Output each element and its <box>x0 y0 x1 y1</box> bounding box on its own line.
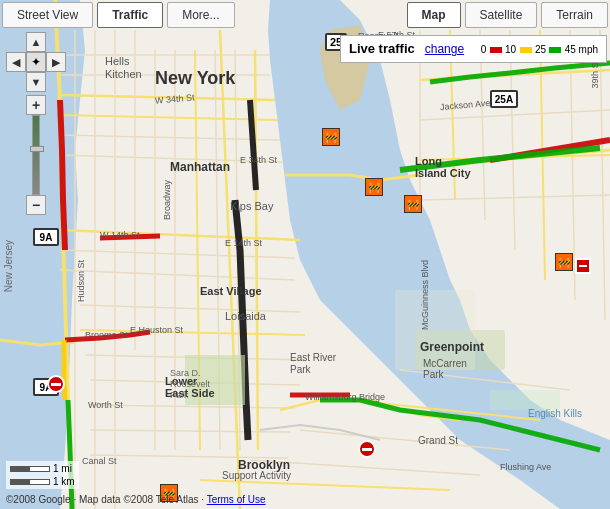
pan-up-button[interactable]: ▲ <box>26 32 46 52</box>
route-25a-badge: 25A <box>490 90 518 108</box>
nav-center[interactable]: ✦ <box>26 52 46 72</box>
zoom-slider[interactable] <box>30 146 44 152</box>
svg-rect-47 <box>185 355 245 405</box>
speed-25: 25 <box>535 44 546 55</box>
incident-icon-1: 🚧 <box>322 128 340 146</box>
incident-icon-3: 🚧 <box>404 195 422 213</box>
scale-bar: 1 mi 1 km <box>6 461 79 489</box>
pan-right-button[interactable]: ▶ <box>46 52 66 72</box>
terrain-button[interactable]: Terrain <box>541 2 608 28</box>
svg-rect-45 <box>490 390 560 410</box>
zoom-in-button[interactable]: + <box>26 95 46 115</box>
change-link[interactable]: change <box>425 42 464 56</box>
red-sign-1 <box>575 258 591 274</box>
copyright-left: ©2008 Google · Map data ©2008 Tele Atlas… <box>6 494 266 505</box>
scale-imperial: 1 mi <box>53 463 72 474</box>
scale-metric: 1 km <box>53 476 75 487</box>
live-traffic-title: Live traffic <box>349 41 415 56</box>
street-view-button[interactable]: Street View <box>2 2 93 28</box>
more-button[interactable]: More... <box>167 2 234 28</box>
no-entry-1 <box>47 375 65 393</box>
terms-link[interactable]: Terms of Use <box>207 494 266 505</box>
pan-down-button[interactable]: ▼ <box>26 72 46 92</box>
svg-rect-46 <box>395 290 475 370</box>
map-svg <box>0 0 610 509</box>
toolbar: Street View Traffic More... Map Satellit… <box>0 0 610 30</box>
nav-controls: ▲ ◀ ✦ ▶ ▼ + − <box>6 32 66 215</box>
incident-icon-2: 🚧 <box>365 178 383 196</box>
zoom-control: + − <box>26 95 46 215</box>
satellite-button[interactable]: Satellite <box>465 2 538 28</box>
incident-icon-4: 🚧 <box>555 253 573 271</box>
traffic-info-panel: Live traffic change 0 10 25 45 mph <box>340 35 607 63</box>
map-button[interactable]: Map <box>407 2 461 28</box>
map-container[interactable]: Street View Traffic More... Map Satellit… <box>0 0 610 509</box>
zoom-out-button[interactable]: − <box>26 195 46 215</box>
pan-left-button[interactable]: ◀ <box>6 52 26 72</box>
zoom-bar[interactable] <box>32 115 40 195</box>
speed-0: 0 <box>481 44 487 55</box>
speed-10: 10 <box>505 44 516 55</box>
no-entry-2 <box>358 440 376 458</box>
traffic-button[interactable]: Traffic <box>97 2 163 28</box>
route-9a-badge-1: 9A <box>33 228 59 246</box>
speed-45: 45 mph <box>565 44 598 55</box>
